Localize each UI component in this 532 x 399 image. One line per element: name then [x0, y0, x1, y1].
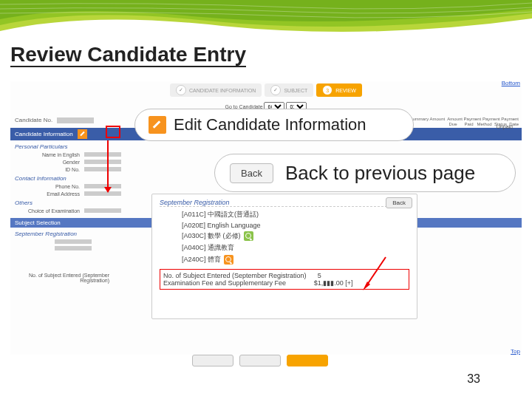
- back-callout-text: Back to previous page: [285, 162, 475, 185]
- breadcrumb-step-1: ✓CANDIDATE INFORMATION: [170, 83, 262, 97]
- magnifier-icon[interactable]: [244, 231, 253, 241]
- popup-subject-row: [A040C] 通識教育: [182, 243, 387, 253]
- popup-subject-row: [A020E] English Language: [182, 222, 387, 229]
- bottom-link[interactable]: Bottom: [502, 80, 520, 86]
- bottom-button-primary[interactable]: [287, 355, 328, 366]
- popup-back-button[interactable]: Back: [386, 197, 412, 208]
- popup-subject-list: [A011C] 中國語文(普通話) [A020E] English Langua…: [182, 210, 387, 265]
- top-link[interactable]: Top: [511, 348, 520, 355]
- bottom-button[interactable]: [192, 355, 233, 366]
- breadcrumb: ✓CANDIDATE INFORMATION ✓SUBJECT 3REVIEW: [10, 81, 522, 99]
- bottom-button[interactable]: [239, 355, 281, 366]
- edit-icon[interactable]: [78, 129, 87, 139]
- personal-particulars-head: Personal Particulars: [15, 143, 522, 150]
- red-arrow-down: [107, 140, 109, 192]
- popup-subject-row: [A240C] 體育: [182, 255, 387, 265]
- edit-candidate-callout: Edit Candidate Information: [134, 109, 414, 141]
- breadcrumb-step-3: 3REVIEW: [316, 83, 362, 97]
- magnifier-icon[interactable]: [224, 255, 233, 265]
- bottom-button-row: [192, 355, 328, 366]
- popup-subject-row: [A011C] 中國語文(普通話): [182, 210, 387, 219]
- slide-title: Review Candidate Entry: [10, 43, 246, 66]
- registration-popup: Back September Registration [A011C] 中國語文…: [151, 194, 417, 319]
- popup-subject-row: [A030C] 數學 (必修): [182, 231, 387, 241]
- popup-summary-box: No. of Subject Entered (September Regist…: [160, 269, 409, 290]
- breadcrumb-step-2: ✓SUBJECT: [265, 83, 313, 97]
- popup-header: September Registration: [160, 199, 409, 207]
- back-button-sample[interactable]: Back: [230, 163, 273, 183]
- back-callout: Back Back to previous page: [214, 154, 516, 192]
- edit-callout-text: Edit Candidate Information: [174, 115, 366, 134]
- red-highlight-edit-icon: [106, 126, 120, 138]
- fee-table-header-hint: Summary Amount Amount Payment Payment Pa…: [410, 117, 519, 127]
- edit-icon-large: [149, 116, 166, 134]
- page-number: 33: [467, 372, 480, 386]
